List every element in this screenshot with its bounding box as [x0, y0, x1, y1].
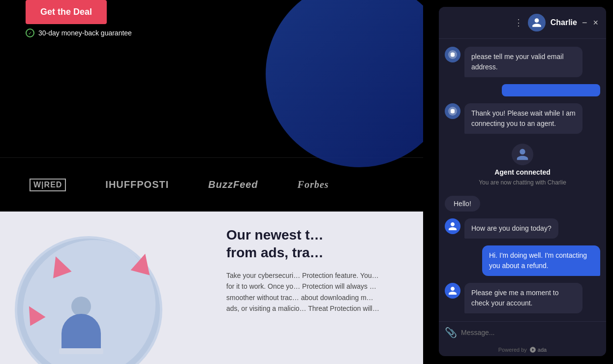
person-body [61, 314, 101, 353]
message-input[interactable] [461, 329, 600, 336]
money-back-text: 30-day money-back guarantee [38, 29, 132, 37]
feature-title: Our newest t…from ads, tra… [226, 226, 408, 262]
chat-agent-avatar [528, 14, 546, 31]
charlie-avatar [445, 218, 460, 234]
illustration-area [0, 226, 221, 364]
chat-input-area: 📎 [439, 321, 606, 343]
agent-person-icon [516, 148, 529, 161]
bot-bubble-email: please tell me your valid email address. [464, 47, 582, 77]
bottom-section: Our newest t…from ads, tra… Take your cy… [0, 212, 423, 364]
charlie-person-icon [448, 221, 458, 231]
chat-header: ⋮ Charlie − × [439, 7, 606, 39]
agent-connected-subtitle: You are now chatting with Charlie [479, 179, 566, 186]
person-figure [59, 297, 103, 354]
charlie-bubble-greeting: How are you doing today? [464, 218, 558, 239]
huffpost-logo: IHUFFPOSTI [105, 179, 169, 190]
attach-button[interactable]: 📎 [445, 327, 457, 338]
charlie-person-icon-2 [448, 286, 458, 296]
feature-description: Take your cybersecuri… Protection featur… [226, 270, 408, 314]
charlie-message-greeting: How are you doing today? [445, 218, 600, 239]
minimize-button[interactable]: − [582, 18, 587, 28]
user-bubble-refund: Hi. I'm doing well. I'm contacting you a… [482, 245, 600, 276]
close-button[interactable]: × [593, 18, 598, 28]
bot-message-email-request: please tell me your valid email address. [445, 47, 600, 77]
ada-logo: ada [529, 346, 547, 353]
powered-by-text: Powered by [498, 347, 527, 353]
main-website: Get the Deal ✓ 30-day money-back guarant… [0, 0, 423, 364]
get-deal-button[interactable]: Get the Deal [26, 0, 107, 24]
charlie-bubble-wait: Please give me a moment to check your ac… [464, 283, 582, 313]
charlie-message-wait: Please give me a moment to check your ac… [445, 283, 600, 313]
blue-circle-decoration [266, 0, 423, 167]
user-message-refund: Hi. I'm doing well. I'm contacting you a… [445, 245, 600, 276]
bot-logo-icon [448, 50, 458, 60]
feature-text-content: Our newest t…from ads, tra… Take your cy… [221, 226, 423, 314]
chat-more-options-button[interactable]: ⋮ [514, 17, 523, 28]
check-icon: ✓ [26, 29, 34, 37]
chat-header-actions: − × [582, 18, 598, 28]
ada-brand-name: ada [538, 347, 547, 353]
charlie-avatar-2 [445, 283, 460, 299]
chat-messages-container[interactable]: please tell me your valid email address.… [439, 39, 606, 321]
person-head [71, 297, 91, 316]
bot-message-thankyou: Thank you! Please wait while I am connec… [445, 103, 600, 134]
chat-agent-name: Charlie [551, 18, 577, 27]
top-section: Get the Deal ✓ 30-day money-back guarant… [0, 0, 423, 157]
ada-icon [529, 346, 536, 353]
wired-logo: W|RED [30, 179, 66, 191]
chat-widget: ⋮ Charlie − × please tell me your valid … [439, 7, 606, 356]
forbes-logo: Forbes [298, 179, 329, 190]
hello-bubble: Hello! [445, 196, 480, 212]
person-icon [531, 17, 542, 28]
agent-connected-title: Agent connected [494, 168, 551, 176]
bot-avatar [445, 47, 460, 62]
user-email-input-bubble [502, 84, 600, 96]
buzzfeed-logo: BuzzFeed [208, 179, 258, 190]
bot-bubble-thankyou: Thank you! Please wait while I am connec… [464, 103, 582, 134]
agent-connected-notice: Agent connected You are now chatting wit… [445, 141, 600, 189]
chat-footer: Powered by ada [439, 343, 606, 356]
bot-logo-icon-2 [448, 106, 458, 116]
hello-message: Hello! [445, 196, 600, 212]
agent-connected-avatar [512, 144, 533, 165]
bot-avatar-2 [445, 103, 460, 119]
money-back-guarantee: ✓ 30-day money-back guarantee [26, 29, 132, 37]
laptop [59, 348, 103, 354]
